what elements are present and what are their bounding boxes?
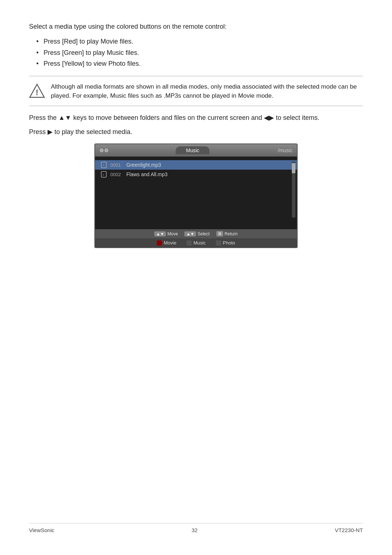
select-label: Select — [197, 231, 209, 236]
play-text-after: to play the selected media. — [53, 128, 132, 135]
music-note-icon-2: ♪ — [101, 171, 107, 178]
content: Select a media type using the colored bu… — [29, 22, 363, 523]
nav-text-after: to select items. — [274, 114, 319, 121]
footer-page: 32 — [192, 527, 198, 533]
color-label-movie: Movie — [164, 240, 176, 246]
color-item-music: Music — [187, 240, 206, 246]
color-label-music: Music — [193, 240, 206, 246]
screen-logo: ⚙⚙ — [99, 148, 109, 153]
screen-body-inner: ♪ 0001 Greenlight.mp3 ♪ 0002 Flaws and — [95, 160, 297, 219]
bullet-item-1: Press [Red] to play Movie files. — [36, 36, 363, 47]
color-label-photo: Photo — [223, 240, 235, 246]
move-btn: ▲▼ — [154, 231, 166, 236]
intro-text: Select a media type using the colored bu… — [29, 22, 363, 32]
music-note-icon-1: ♪ — [101, 162, 107, 168]
nav-instruction: Press the ▲▼ keys to move between folder… — [29, 113, 363, 123]
footer-move: ▲▼ Move — [154, 231, 178, 236]
file-name-1: Greenlight.mp3 — [126, 162, 161, 168]
footer-left: ViewSonic — [29, 527, 54, 533]
warning-icon: ! — [29, 83, 45, 99]
file-num-1: 0001 — [110, 162, 123, 168]
move-label: Move — [167, 231, 178, 236]
warning-box: ! Although all media formats are shown i… — [29, 82, 363, 101]
footer-return: ⊞ Return — [216, 231, 238, 236]
color-square-movie — [157, 240, 162, 246]
nav-keys-leftright: ◀▶ — [264, 114, 274, 121]
screen-header: ⚙⚙ Music /music — [95, 144, 297, 157]
screen-tab-music: Music — [176, 146, 209, 154]
warning-text: Although all media formats are shown in … — [51, 82, 363, 101]
screen-color-bar: Movie Music Photo — [95, 238, 297, 247]
file-name-2: Flaws and All.mp3 — [126, 171, 168, 177]
file-item-2[interactable]: ♪ 0002 Flaws and All.mp3 — [95, 170, 297, 179]
bullet-item-2: Press [Green] to play Music files. — [36, 47, 363, 58]
screen-footer: ▲▼ Move ▲▼ Select ⊞ Return — [95, 229, 297, 238]
nav-text-before: Press the — [29, 114, 58, 121]
play-instruction: Press ▶ to play the selected media. — [29, 127, 363, 137]
file-item-1[interactable]: ♪ 0001 Greenlight.mp3 — [95, 160, 297, 170]
select-btn: ▲▼ — [184, 231, 196, 236]
nav-text-middle: keys to move between folders and files o… — [72, 114, 264, 121]
divider-top — [29, 76, 363, 76]
scrollbar-track — [292, 162, 295, 218]
divider-bottom — [29, 106, 363, 106]
screen-tabs: Music — [176, 146, 209, 154]
screen-spacer — [95, 179, 297, 219]
nav-keys-updown: ▲▼ — [58, 114, 72, 121]
bullet-item-3: Press [Yellow] to view Photo files. — [36, 58, 363, 69]
page-footer: ViewSonic 32 VT2230-NT — [29, 523, 363, 533]
file-num-2: 0002 — [110, 172, 123, 177]
return-label: Return — [225, 231, 238, 236]
footer-select: ▲▼ Select — [184, 231, 209, 236]
screen-path: /music — [278, 147, 293, 153]
bullet-list: Press [Red] to play Movie files. Press [… — [36, 36, 363, 69]
play-text-before: Press — [29, 128, 48, 135]
color-square-photo — [216, 240, 221, 246]
scrollbar-thumb[interactable] — [292, 163, 295, 173]
svg-text:!: ! — [36, 88, 38, 97]
page: Select a media type using the colored bu… — [0, 0, 392, 555]
screen-body: ♪ 0001 Greenlight.mp3 ♪ 0002 Flaws and — [95, 157, 297, 229]
svg-text:♪: ♪ — [102, 173, 104, 177]
media-screen: ⚙⚙ Music /music ♪ 0001 — [94, 143, 298, 248]
footer-right: VT2230-NT — [335, 527, 363, 533]
return-btn: ⊞ — [216, 231, 223, 236]
play-key: ▶ — [48, 128, 53, 135]
color-item-photo: Photo — [216, 240, 235, 246]
screen-container: ⚙⚙ Music /music ♪ 0001 — [29, 143, 363, 248]
color-square-music — [187, 240, 192, 246]
svg-text:♪: ♪ — [102, 163, 104, 167]
color-item-movie: Movie — [157, 240, 176, 246]
